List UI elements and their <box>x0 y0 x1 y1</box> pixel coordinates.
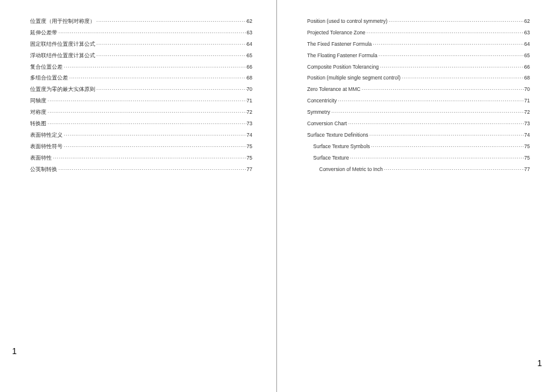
page-number-left: 1 <box>12 346 252 356</box>
toc-entry: 位置度（用于控制对称度）62 <box>30 18 252 25</box>
toc-entry-title: 公英制转换 <box>30 166 57 173</box>
toc-leader <box>349 155 524 161</box>
toc-entry: Surface Texture Symbols75 <box>307 143 530 151</box>
toc-entry: 位置度为零的最大实体原则70 <box>30 86 252 93</box>
toc-entry: 浮动联结件位置度计算公式65 <box>30 52 252 60</box>
toc-entry-page: 64 <box>524 41 530 48</box>
toc-entry: The Fixed Fastener Formula64 <box>307 41 530 48</box>
toc-leader <box>379 64 524 70</box>
toc-leader <box>95 18 247 25</box>
toc-leader <box>370 143 524 150</box>
toc-entry-title: 位置度为零的最大实体原则 <box>30 86 95 93</box>
toc-entry-title: 复合位置公差 <box>30 64 63 71</box>
toc-entry-page: 70 <box>524 86 530 93</box>
toc-leader <box>361 86 524 93</box>
toc-entry-title: Zero Tolerance at MMC <box>307 86 361 93</box>
toc-entry-page: 74 <box>524 132 530 139</box>
toc-entry: Surface Texture75 <box>307 155 530 162</box>
toc-entry-title: Position (multiple single segment contro… <box>307 75 400 82</box>
toc-entry-title: Conversion Chart <box>307 120 347 128</box>
toc-leader <box>330 109 524 116</box>
toc-entry-title: 同轴度 <box>30 98 46 105</box>
toc-entry: Composite Position Tolerancing66 <box>307 64 530 71</box>
toc-leader <box>68 75 247 81</box>
page-left: 位置度（用于控制对称度）62延伸公差带63固定联结件位置度计算公式64浮动联结件… <box>0 0 277 392</box>
toc-entry-title: 转换图 <box>30 120 46 128</box>
toc-entry-page: 62 <box>247 18 252 25</box>
toc-entry-page: 72 <box>247 109 252 116</box>
toc-leader <box>383 166 524 173</box>
toc-entry-page: 75 <box>247 143 252 151</box>
toc-leader <box>63 64 247 70</box>
toc-leader <box>368 132 524 138</box>
toc-leader <box>46 98 247 104</box>
toc-entry-title: Conversion of Metric to Inch <box>319 166 383 173</box>
toc-entry-title: 多组合位置公差 <box>30 75 68 82</box>
toc-entry-page: 66 <box>524 64 530 71</box>
toc-entry-title: Position (used to control symmetry) <box>307 18 387 25</box>
toc-entry-title: 表面特性 <box>30 155 52 162</box>
toc-entry-page: 70 <box>247 86 252 93</box>
page-right: Position (used to control symmetry)62Pro… <box>277 0 554 392</box>
toc-leader <box>366 30 524 36</box>
toc-entry-title: 浮动联结件位置度计算公式 <box>30 52 95 60</box>
toc-entry: Position (used to control symmetry)62 <box>307 18 530 25</box>
toc-leader <box>46 120 247 127</box>
toc-entry: Zero Tolerance at MMC70 <box>307 86 530 93</box>
toc-leader <box>400 75 524 81</box>
toc-entry-page: 74 <box>247 132 252 139</box>
toc-entry: 延伸公差带63 <box>30 30 252 37</box>
toc-entry-page: 66 <box>247 64 252 71</box>
toc-entry-page: 63 <box>247 30 252 37</box>
toc-entry: Surface Texture Definitions74 <box>307 132 530 139</box>
toc-entry-page: 62 <box>524 18 530 25</box>
toc-entry: Symmetry72 <box>307 109 530 116</box>
toc-entry-title: 位置度（用于控制对称度） <box>30 18 95 25</box>
toc-leader <box>63 143 247 150</box>
toc-entry-page: 64 <box>247 41 252 48</box>
toc-entry: Projected Tolerance Zone63 <box>307 30 530 37</box>
toc-entry-page: 77 <box>524 166 530 173</box>
toc-entry: Position (multiple single segment contro… <box>307 75 530 82</box>
toc-entry-page: 71 <box>247 98 252 105</box>
toc-entry-page: 63 <box>524 30 530 37</box>
toc-leader <box>347 120 524 127</box>
toc-entry: 表面特性75 <box>30 155 252 162</box>
toc-entry-title: Projected Tolerance Zone <box>307 30 366 37</box>
toc-entry-title: 表面特性符号 <box>30 143 63 151</box>
toc-leader <box>46 109 247 116</box>
toc-entry-title: Symmetry <box>307 109 330 116</box>
toc-entry: 表面特性定义74 <box>30 132 252 139</box>
toc-leader <box>387 18 524 25</box>
toc-leader <box>337 98 524 104</box>
toc-entry: 表面特性符号75 <box>30 143 252 151</box>
toc-entry-page: 75 <box>524 143 530 151</box>
toc-entry-title: The Fixed Fastener Formula <box>307 41 372 48</box>
toc-leader <box>95 86 247 93</box>
toc-entry: Concentricity71 <box>307 98 530 105</box>
toc-leader <box>63 132 247 138</box>
toc-entry: 公英制转换77 <box>30 166 252 173</box>
toc-entry-page: 65 <box>247 52 252 60</box>
toc-entry-title: 固定联结件位置度计算公式 <box>30 41 95 48</box>
toc-entry-title: 表面特性定义 <box>30 132 63 139</box>
toc-entry: 对称度72 <box>30 109 252 116</box>
toc-entry: Conversion of Metric to Inch77 <box>307 166 530 173</box>
toc-entry-title: Surface Texture <box>313 155 349 162</box>
toc-leader <box>372 41 524 48</box>
toc-entry: 固定联结件位置度计算公式64 <box>30 41 252 48</box>
toc-entry: 转换图73 <box>30 120 252 128</box>
toc-leader <box>57 166 247 173</box>
toc-entry-page: 73 <box>247 120 252 128</box>
toc-leader <box>52 155 247 161</box>
toc-entry-page: 77 <box>247 166 252 173</box>
toc-entry-title: 延伸公差带 <box>30 30 57 37</box>
toc-entry-title: Surface Texture Symbols <box>313 143 370 151</box>
toc-entry-title: Concentricity <box>307 98 337 105</box>
toc-entry-title: Composite Position Tolerancing <box>307 64 379 71</box>
toc-entry-title: Surface Texture Definitions <box>307 132 368 139</box>
page-number-right: 1 <box>307 358 542 368</box>
toc-entry-page: 65 <box>524 52 530 60</box>
toc-leader <box>95 52 247 59</box>
toc-entry-title: 对称度 <box>30 109 46 116</box>
